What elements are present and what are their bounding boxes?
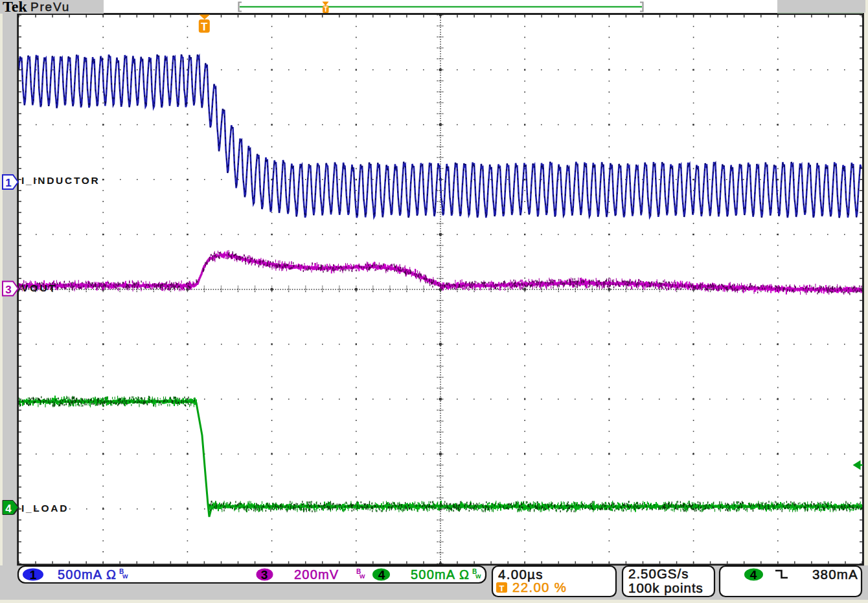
svg-text:100k points: 100k points xyxy=(628,580,703,595)
svg-text:VOUT: VOUT xyxy=(21,282,57,293)
svg-text:W: W xyxy=(475,573,481,580)
svg-text:1: 1 xyxy=(30,568,37,582)
svg-text:Tek: Tek xyxy=(3,0,27,15)
svg-text:380mA: 380mA xyxy=(812,567,858,582)
svg-text:3: 3 xyxy=(5,284,11,296)
svg-text:T: T xyxy=(324,6,328,13)
svg-text:I_INDUCTOR: I_INDUCTOR xyxy=(21,175,100,186)
svg-text:500mA Ω: 500mA Ω xyxy=(58,567,117,582)
svg-text:3: 3 xyxy=(261,568,268,582)
svg-text:4: 4 xyxy=(5,503,12,515)
svg-text:1: 1 xyxy=(5,177,11,189)
svg-text:22.00 %: 22.00 % xyxy=(512,580,567,595)
svg-text:T: T xyxy=(499,584,505,593)
svg-text:500mA Ω: 500mA Ω xyxy=(411,567,470,582)
svg-text:PreVu: PreVu xyxy=(30,0,70,14)
svg-text:4: 4 xyxy=(378,568,385,582)
svg-text:4: 4 xyxy=(750,568,757,582)
svg-text:200mV: 200mV xyxy=(294,567,339,582)
svg-text:T: T xyxy=(201,21,208,33)
svg-text:W: W xyxy=(360,573,365,580)
svg-text:2.50GS/s: 2.50GS/s xyxy=(628,566,689,581)
svg-text:I_LOAD: I_LOAD xyxy=(21,503,69,514)
svg-text:W: W xyxy=(122,573,128,580)
